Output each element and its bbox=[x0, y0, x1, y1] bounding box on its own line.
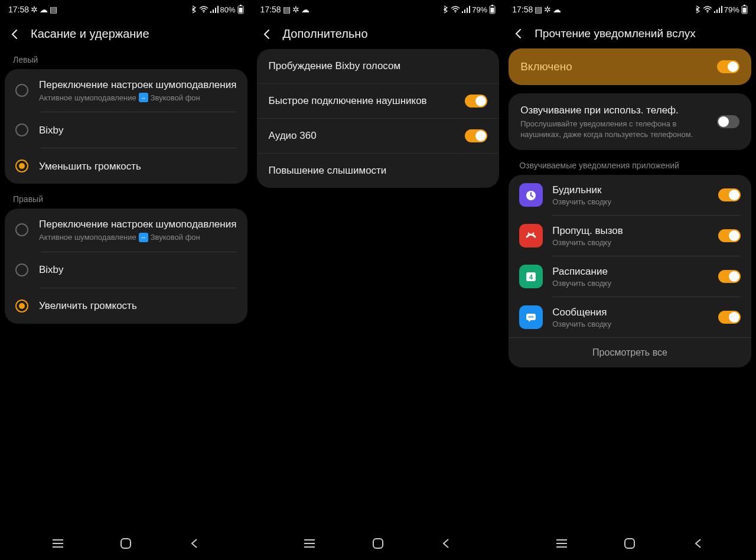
toggle-audio-360[interactable] bbox=[465, 129, 487, 142]
nav-recents[interactable] bbox=[553, 535, 570, 552]
header: Касание и удержание bbox=[0, 17, 252, 49]
app-row-calendar[interactable]: 4 Расписание Озвучить сводку bbox=[509, 256, 751, 297]
toggle-app-alarm[interactable] bbox=[718, 188, 741, 201]
toggle-quick-connect[interactable] bbox=[465, 95, 487, 108]
svg-text:4: 4 bbox=[529, 274, 533, 281]
nav-recents[interactable] bbox=[50, 535, 66, 552]
svg-rect-19 bbox=[491, 8, 494, 13]
radio-icon bbox=[15, 299, 28, 312]
missed-call-icon bbox=[519, 224, 543, 248]
swap-icon: ↔ bbox=[139, 93, 148, 102]
svg-rect-1 bbox=[210, 11, 211, 13]
app-row-messages[interactable]: Сообщения Озвучить сводку bbox=[509, 297, 751, 337]
radio-group-right: Переключение настроек шумоподавления Акт… bbox=[5, 209, 247, 323]
status-battery: 79% bbox=[724, 5, 739, 14]
screen-advanced: 17:58 ▤ ✲ ☁ 79% Дополнительно Пробуждени… bbox=[252, 0, 504, 560]
status-bar: 17:58 ▤ ✲ ☁ 79% bbox=[252, 0, 504, 17]
advanced-list: Пробуждение Bixby голосом Быстрое подклю… bbox=[257, 49, 500, 188]
svg-point-33 bbox=[528, 233, 530, 235]
cloud-icon: ☁ bbox=[553, 5, 561, 14]
header: Прочтение уведомлений вслух bbox=[504, 17, 756, 48]
bluetooth-icon bbox=[191, 5, 197, 14]
svg-point-38 bbox=[529, 316, 530, 317]
header: Дополнительно bbox=[252, 17, 504, 49]
svg-rect-18 bbox=[491, 5, 493, 6]
svg-rect-14 bbox=[464, 9, 465, 13]
bluetooth-icon bbox=[695, 5, 701, 14]
swap-icon: ↔ bbox=[139, 233, 148, 242]
svg-rect-23 bbox=[373, 539, 383, 548]
svg-rect-44 bbox=[625, 539, 634, 548]
radio-option-volup-right[interactable]: Увеличить громкость bbox=[5, 288, 247, 324]
toggle-app-calendar[interactable] bbox=[718, 270, 741, 283]
svg-rect-15 bbox=[467, 8, 468, 13]
svg-point-12 bbox=[455, 12, 456, 13]
nav-back[interactable] bbox=[690, 535, 706, 552]
toggle-app-messages[interactable] bbox=[718, 311, 741, 324]
status-bar: 17:58 ▤ ✲ ☁ 79% bbox=[504, 0, 756, 17]
row-speak-while-using[interactable]: Озвучивание при использ. телеф. Прослуши… bbox=[509, 93, 751, 150]
alarm-icon bbox=[519, 183, 543, 207]
back-button[interactable] bbox=[260, 28, 273, 41]
svg-rect-28 bbox=[721, 6, 722, 13]
nav-back[interactable] bbox=[186, 535, 203, 552]
row-hearing[interactable]: Повышение слышимости bbox=[257, 153, 500, 188]
apps-section-label: Озвучиваемые уведомления приложений bbox=[509, 155, 751, 175]
page-title: Касание и удержание bbox=[31, 27, 149, 41]
svg-rect-26 bbox=[716, 9, 718, 13]
cloud-icon: ☁ bbox=[40, 5, 48, 14]
radio-option-anc-right[interactable]: Переключение настроек шумоподавления Акт… bbox=[5, 209, 247, 251]
battery-icon bbox=[489, 5, 496, 14]
svg-rect-25 bbox=[714, 11, 715, 13]
wifi-icon bbox=[199, 6, 208, 13]
image-icon: ▤ bbox=[50, 5, 57, 14]
row-audio-360[interactable]: Аудио 360 bbox=[257, 118, 500, 153]
radio-option-bixby-right[interactable]: Bixby bbox=[5, 252, 247, 288]
wifi-icon bbox=[451, 6, 460, 13]
radio-option-voldown-left[interactable]: Уменьшить громкость bbox=[5, 148, 247, 184]
status-bar: 17:58 ✲ ☁ ▤ 80% bbox=[0, 0, 252, 17]
section-left-label: Левый bbox=[5, 49, 247, 69]
app-row-missed-call[interactable]: Пропущ. вызов Озвучить сводку bbox=[509, 216, 751, 256]
apps-list: Будильник Озвучить сводку Пропущ. вызов … bbox=[509, 175, 751, 367]
app-row-alarm[interactable]: Будильник Озвучить сводку bbox=[509, 175, 751, 215]
battery-icon bbox=[741, 5, 748, 14]
view-all-button[interactable]: Просмотреть все bbox=[509, 338, 751, 367]
status-battery: 79% bbox=[472, 5, 487, 14]
image-icon: ▤ bbox=[283, 5, 291, 14]
screen-read-notifications: 17:58 ▤ ✲ ☁ 79% Прочтение уведомлений вс… bbox=[504, 0, 756, 560]
nav-back[interactable] bbox=[438, 535, 454, 552]
bluetooth-icon bbox=[442, 5, 449, 14]
svg-point-40 bbox=[532, 316, 533, 317]
radio-icon bbox=[15, 84, 28, 97]
radio-icon bbox=[15, 159, 28, 172]
radio-icon bbox=[15, 263, 28, 276]
radio-icon bbox=[15, 223, 28, 236]
toggle-app-missed-call[interactable] bbox=[718, 229, 741, 242]
svg-rect-3 bbox=[215, 8, 216, 13]
nav-home[interactable] bbox=[118, 535, 134, 552]
signal-icon bbox=[714, 6, 722, 13]
screen-touch-hold: 17:58 ✲ ☁ ▤ 80% Касание и удержание Левы… bbox=[0, 0, 252, 560]
svg-rect-30 bbox=[744, 5, 745, 6]
master-toggle-row[interactable]: Включено bbox=[509, 48, 751, 85]
radio-option-anc-left[interactable]: Переключение настроек шумоподавления Акт… bbox=[5, 69, 247, 112]
nav-home[interactable] bbox=[370, 535, 386, 552]
svg-rect-27 bbox=[719, 8, 720, 13]
back-button[interactable] bbox=[8, 28, 21, 41]
back-button[interactable] bbox=[512, 27, 525, 40]
nav-home[interactable] bbox=[621, 535, 638, 552]
master-toggle[interactable] bbox=[717, 60, 739, 73]
page-title: Прочтение уведомлений вслух bbox=[535, 27, 696, 40]
nav-recents[interactable] bbox=[301, 535, 318, 552]
speak-while-using-card: Озвучивание при использ. телеф. Прослуши… bbox=[509, 93, 751, 150]
radio-group-left: Переключение настроек шумоподавления Акт… bbox=[5, 69, 247, 184]
status-time: 17:58 bbox=[8, 5, 29, 14]
page-title: Дополнительно bbox=[283, 27, 368, 41]
svg-point-34 bbox=[533, 233, 535, 235]
row-bixby-wake[interactable]: Пробуждение Bixby голосом bbox=[257, 49, 500, 83]
image-icon: ▤ bbox=[535, 5, 542, 14]
row-quick-connect[interactable]: Быстрое подключение наушников bbox=[257, 83, 500, 118]
toggle-speak-while-using[interactable] bbox=[717, 115, 739, 128]
radio-option-bixby-left[interactable]: Bixby bbox=[5, 112, 247, 148]
